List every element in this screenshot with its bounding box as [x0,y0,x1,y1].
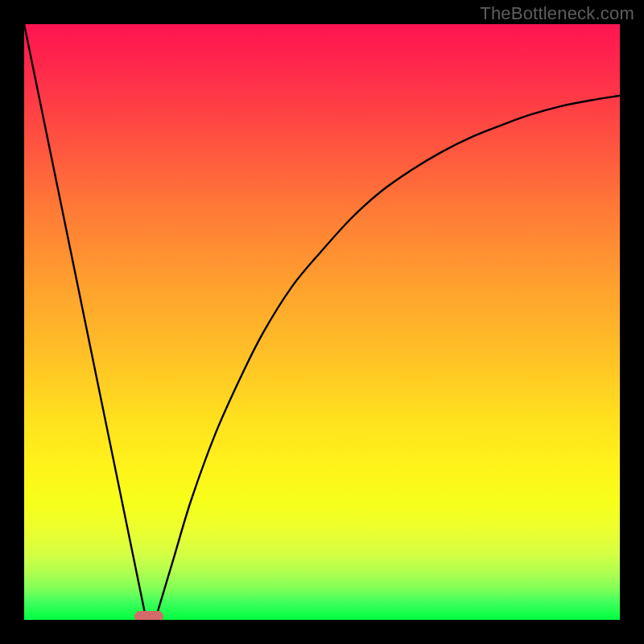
plot-area [24,24,620,620]
watermark-label: TheBottleneck.com [480,3,634,24]
curve-layer [24,24,620,620]
bottleneck-marker [134,611,163,620]
left-branch-line [24,24,147,620]
right-branch-line [155,96,620,620]
chart-frame: TheBottleneck.com [0,0,644,644]
